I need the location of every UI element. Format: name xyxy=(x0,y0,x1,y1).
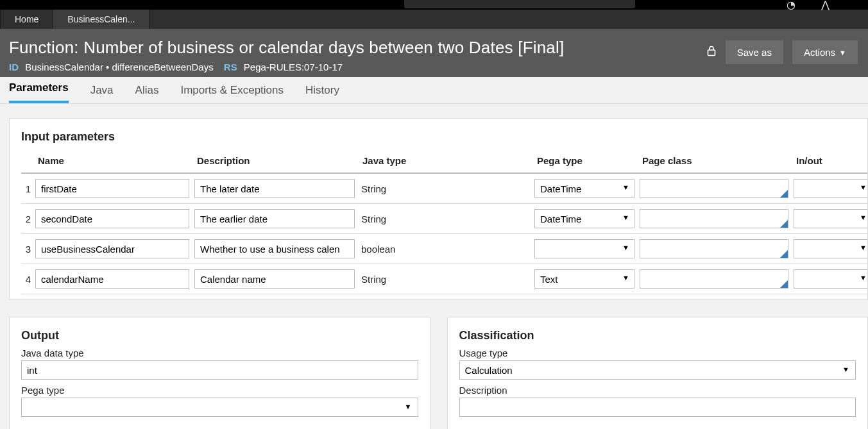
param-name-input[interactable] xyxy=(35,179,189,198)
col-in-out: In/out xyxy=(794,153,868,169)
app-topbar: ◔ ⋀ xyxy=(0,0,868,10)
param-description-input[interactable] xyxy=(194,179,355,198)
rule-tabs: Parameters Java Alias Imports & Exceptio… xyxy=(0,77,868,104)
java-data-type-input[interactable] xyxy=(21,360,418,380)
param-pega-type-select[interactable]: DateTime xyxy=(534,179,634,198)
table-row: 4StringText xyxy=(21,264,867,294)
param-inout-select[interactable] xyxy=(794,269,868,289)
col-name: Name xyxy=(35,153,194,169)
usage-type-select[interactable]: Calculation xyxy=(459,360,856,380)
rs-value: Pega-RULES:07-10-17 xyxy=(244,62,343,72)
row-index: 3 xyxy=(21,244,35,255)
page-body: Input parameters Name Description Java t… xyxy=(0,104,868,429)
tab-imports-exceptions[interactable]: Imports & Exceptions xyxy=(180,78,284,103)
param-page-class-input[interactable] xyxy=(640,239,788,258)
tab-parameters[interactable]: Parameters xyxy=(9,75,69,103)
workspace-tabs: Home BusinessCalen... xyxy=(0,10,868,29)
save-as-button[interactable]: Save as xyxy=(726,40,783,64)
col-pega-type: Pega type xyxy=(534,153,640,169)
param-inout-select[interactable] xyxy=(794,209,868,228)
table-row: 3boolean xyxy=(21,234,867,264)
rs-keyword: RS xyxy=(224,62,237,72)
param-name-input[interactable] xyxy=(35,239,189,258)
clock-icon[interactable]: ◔ xyxy=(787,0,796,11)
user-icon[interactable]: ⋀ xyxy=(821,0,830,11)
col-page-class: Page class xyxy=(640,153,794,169)
param-java-type: String xyxy=(360,274,534,285)
output-heading: Output xyxy=(21,329,418,342)
classification-description-input[interactable] xyxy=(459,398,856,417)
param-java-type: String xyxy=(360,183,534,194)
params-header-row: Name Description Java type Pega type Pag… xyxy=(21,149,867,174)
actions-button[interactable]: Actions ▼ xyxy=(792,40,858,64)
param-java-type: boolean xyxy=(360,244,534,255)
output-panel: Output Java data type Pega type xyxy=(9,317,430,429)
param-pega-type-select[interactable] xyxy=(534,239,634,258)
rule-header: Function: Number of business or calendar… xyxy=(0,29,868,77)
param-name-input[interactable] xyxy=(35,269,189,289)
row-index: 4 xyxy=(21,274,35,285)
param-description-input[interactable] xyxy=(194,239,355,258)
tab-alias[interactable]: Alias xyxy=(135,78,159,103)
usage-type-label: Usage type xyxy=(459,348,856,358)
param-pega-type-select[interactable]: DateTime xyxy=(534,209,634,228)
lock-icon[interactable] xyxy=(706,45,717,60)
actions-label: Actions xyxy=(804,47,835,58)
param-page-class-input[interactable] xyxy=(640,179,788,198)
param-inout-select[interactable] xyxy=(794,179,868,198)
table-row: 2StringDateTime xyxy=(21,204,867,234)
param-description-input[interactable] xyxy=(194,209,355,228)
save-as-label: Save as xyxy=(737,47,772,58)
global-search[interactable] xyxy=(404,0,635,8)
input-parameters-heading: Input parameters xyxy=(21,130,867,144)
params-body: 1StringDateTime2StringDateTime3boolean4S… xyxy=(21,174,867,294)
param-page-class-input[interactable] xyxy=(640,209,788,228)
output-pega-type-label: Pega type xyxy=(21,385,418,396)
param-description-input[interactable] xyxy=(194,269,355,289)
tab-home[interactable]: Home xyxy=(0,10,53,29)
col-java-type: Java type xyxy=(360,153,534,169)
param-inout-select[interactable] xyxy=(794,239,868,258)
classification-heading: Classification xyxy=(459,329,856,342)
output-pega-type-select[interactable] xyxy=(21,398,418,417)
classification-panel: Classification Usage type Calculation De… xyxy=(447,317,869,429)
param-page-class-input[interactable] xyxy=(640,269,788,289)
row-index: 2 xyxy=(21,214,35,224)
tab-business-calendar[interactable]: BusinessCalen... xyxy=(53,10,149,29)
java-data-type-label: Java data type xyxy=(21,348,418,358)
row-index: 1 xyxy=(21,183,35,194)
tab-java[interactable]: Java xyxy=(90,78,114,103)
chevron-down-icon: ▼ xyxy=(839,49,846,56)
classification-description-label: Description xyxy=(459,385,856,396)
table-row: 1StringDateTime xyxy=(21,174,867,204)
col-description: Description xyxy=(194,153,360,169)
tab-history[interactable]: History xyxy=(305,78,339,103)
param-java-type: String xyxy=(360,214,534,224)
svg-rect-0 xyxy=(708,50,715,56)
input-parameters-panel: Input parameters Name Description Java t… xyxy=(9,118,868,300)
id-keyword: ID xyxy=(9,62,19,72)
id-value: BusinessCalendar • differenceBetweenDays xyxy=(25,62,213,72)
param-pega-type-select[interactable]: Text xyxy=(534,269,634,289)
param-name-input[interactable] xyxy=(35,209,189,228)
